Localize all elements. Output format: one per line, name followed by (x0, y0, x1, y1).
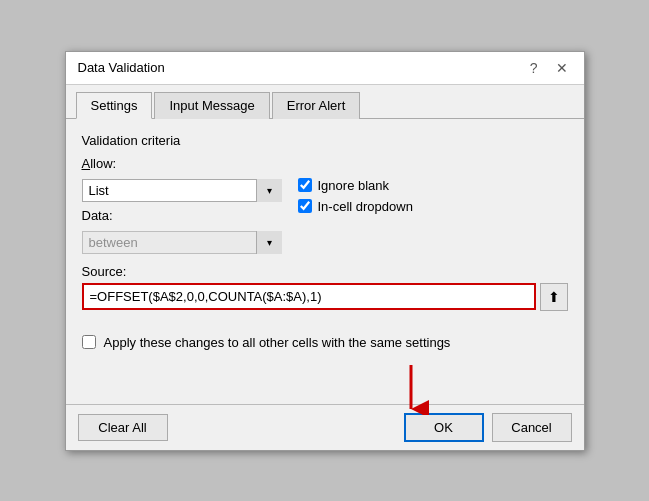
source-input[interactable] (82, 283, 536, 310)
data-validation-dialog: Data Validation ? ✕ Settings Input Messa… (65, 51, 585, 451)
tab-settings[interactable]: Settings (76, 92, 153, 119)
title-bar: Data Validation ? ✕ (66, 52, 584, 85)
allow-label: Allow: (82, 156, 282, 171)
cancel-button[interactable]: Cancel (492, 413, 572, 442)
dialog-title: Data Validation (78, 60, 165, 75)
source-input-row: ⬆ (82, 283, 568, 311)
title-bar-controls: ? ✕ (526, 60, 572, 76)
ignore-blank-row[interactable]: Ignore blank (298, 178, 413, 193)
data-label: Data: (82, 208, 282, 223)
source-expand-button[interactable]: ⬆ (540, 283, 568, 311)
source-label: Source: (82, 264, 568, 279)
bottom-right-buttons: OK Cancel (404, 413, 572, 442)
tab-bar: Settings Input Message Error Alert (66, 85, 584, 119)
data-select-wrapper: between ▾ (82, 231, 282, 254)
clear-all-button[interactable]: Clear All (78, 414, 168, 441)
tab-error-alert[interactable]: Error Alert (272, 92, 361, 119)
allow-select[interactable]: List (82, 179, 262, 202)
right-column: Ignore blank In-cell dropdown (298, 156, 413, 214)
incell-dropdown-row[interactable]: In-cell dropdown (298, 199, 413, 214)
apply-label: Apply these changes to all other cells w… (104, 335, 451, 350)
ignore-blank-checkbox[interactable] (298, 178, 312, 192)
bottom-bar: Clear All OK Cancel (66, 404, 584, 450)
apply-checkbox[interactable] (82, 335, 96, 349)
incell-dropdown-label: In-cell dropdown (318, 199, 413, 214)
apply-row: Apply these changes to all other cells w… (82, 335, 568, 350)
allow-select-wrapper: List ▾ (82, 179, 282, 202)
form-grid: Allow: List ▾ Data: between ▾ (82, 156, 568, 254)
left-column: Allow: List ▾ Data: between ▾ (82, 156, 282, 254)
close-button[interactable]: ✕ (552, 60, 572, 76)
help-button[interactable]: ? (526, 60, 542, 76)
ignore-blank-label: Ignore blank (318, 178, 390, 193)
data-select[interactable]: between (82, 231, 262, 254)
incell-dropdown-checkbox[interactable] (298, 199, 312, 213)
section-title: Validation criteria (82, 133, 568, 148)
source-section: Source: ⬆ (82, 264, 568, 311)
ok-button[interactable]: OK (404, 413, 484, 442)
dialog-body: Validation criteria Allow: List ▾ Data: … (66, 119, 584, 404)
tab-input-message[interactable]: Input Message (154, 92, 269, 119)
upload-icon: ⬆ (548, 289, 560, 305)
